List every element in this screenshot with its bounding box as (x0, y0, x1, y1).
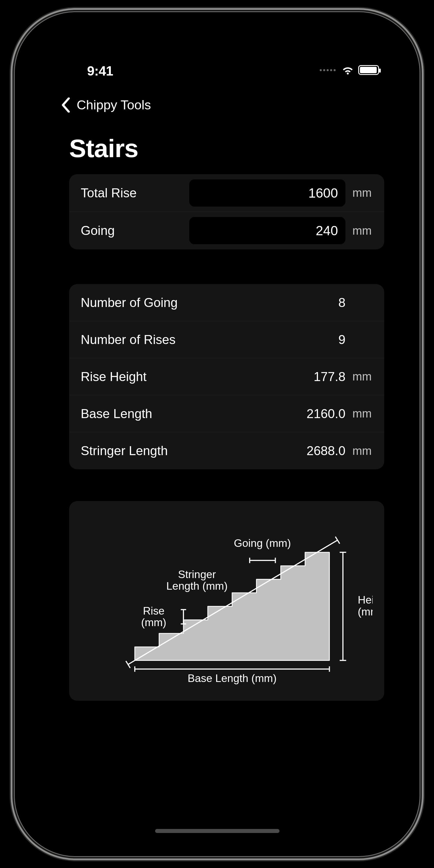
going-input[interactable]: 240 (189, 217, 345, 244)
svg-line-1 (335, 537, 340, 544)
inputs-card: Total Rise 1600 mm Going 240 (69, 174, 384, 249)
input-row-total-rise: Total Rise 1600 mm (69, 174, 384, 212)
going-unit: mm (352, 224, 373, 237)
diagram-label-stringer-2: Length (mm) (166, 580, 228, 592)
result-value: 2160.0 (296, 406, 345, 421)
result-row-rise-height: Rise Height 177.8 mm (69, 358, 384, 395)
going-value: 240 (316, 223, 338, 239)
app-screen: 9:41 Chippy Tools (32, 24, 402, 844)
device-side-button (421, 231, 425, 318)
home-indicator[interactable] (155, 829, 279, 833)
page-title: Stairs (69, 134, 138, 163)
result-row-number-of-rises: Number of Rises 9 (69, 321, 384, 358)
input-label-going: Going (81, 223, 115, 238)
result-value: 177.8 (296, 370, 345, 384)
result-value: 9 (296, 333, 345, 347)
result-row-base-length: Base Length 2160.0 mm (69, 395, 384, 432)
result-row-stringer-length: Stringer Length 2688.0 mm (69, 432, 384, 469)
diagram-label-height-2: (mm) (358, 606, 373, 618)
result-label: Rise Height (81, 370, 146, 384)
diagram-label-rise-2: (mm) (141, 616, 166, 628)
result-value: 2688.0 (296, 443, 345, 458)
result-label: Stringer Length (81, 443, 168, 458)
stairs-diagram: Going (mm) Stringer Length (mm) Rise (mm… (81, 510, 373, 692)
diagram-label-base: Base Length (mm) (188, 672, 277, 684)
result-label: Number of Rises (81, 333, 176, 347)
total-rise-input[interactable]: 1600 (189, 179, 345, 207)
device-silent-switch (9, 162, 13, 189)
device-volume-up (9, 214, 13, 269)
status-time: 9:41 (87, 63, 113, 79)
wifi-icon (341, 64, 354, 76)
result-value: 8 (296, 296, 345, 310)
result-unit: mm (352, 407, 373, 420)
result-unit: mm (352, 370, 373, 383)
battery-icon (358, 65, 379, 75)
cellular-dots-icon (320, 69, 336, 71)
diagram-label-rise-1: Rise (143, 605, 165, 617)
device-volume-down (9, 285, 13, 340)
status-bar: 9:41 (32, 61, 402, 79)
chevron-left-icon (61, 97, 71, 113)
total-rise-value: 1600 (308, 185, 338, 201)
diagram-label-going: Going (mm) (234, 537, 291, 549)
total-rise-unit: mm (352, 186, 373, 199)
results-card: Number of Going 8 Number of Rises 9 (69, 284, 384, 469)
back-button[interactable]: Chippy Tools (61, 97, 151, 113)
diagram-card: Going (mm) Stringer Length (mm) Rise (mm… (69, 501, 384, 701)
svg-line-0 (126, 661, 130, 668)
back-button-label: Chippy Tools (77, 97, 151, 113)
diagram-label-height-1: Height (358, 594, 373, 606)
input-label-total-rise: Total Rise (81, 186, 136, 200)
input-row-going: Going 240 mm (69, 212, 384, 249)
result-unit: mm (352, 444, 373, 458)
result-label: Number of Going (81, 296, 178, 310)
diagram-label-stringer-1: Stringer (178, 568, 216, 580)
result-label: Base Length (81, 406, 152, 421)
device-frame: 9:41 Chippy Tools (15, 12, 420, 856)
result-row-number-of-going: Number of Going 8 (69, 284, 384, 321)
